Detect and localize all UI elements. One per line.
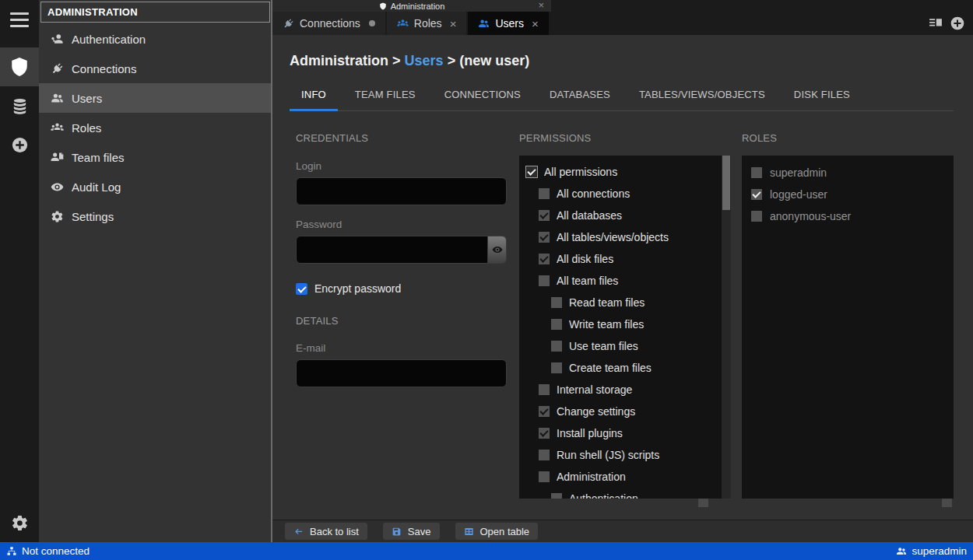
sidebar-menu-item[interactable]: Team files xyxy=(39,142,271,172)
status-bar: Not connected superadmin xyxy=(0,542,973,560)
permission-row: Use team files xyxy=(519,335,731,357)
permission-checkbox[interactable] xyxy=(526,166,537,177)
settings-button[interactable] xyxy=(0,503,39,542)
tab-users[interactable]: Users × xyxy=(468,12,548,35)
layout-toggle-button[interactable] xyxy=(926,14,945,33)
tab-label: Users xyxy=(495,17,524,30)
roles-panel: superadmin logged-user xyxy=(742,156,954,499)
toolbar-button-label: Back to list xyxy=(310,526,359,537)
tab-group-administration[interactable]: Administration × xyxy=(272,0,551,12)
close-icon[interactable]: × xyxy=(538,0,544,11)
toolbar-button[interactable]: Save xyxy=(383,523,440,540)
detail-tab[interactable]: INFO xyxy=(290,89,338,111)
permission-checkbox[interactable] xyxy=(539,406,550,417)
permission-checkbox[interactable] xyxy=(539,450,550,460)
email-field[interactable] xyxy=(296,359,507,387)
permission-row: All permissions xyxy=(519,161,731,183)
tab-roles[interactable]: Roles × xyxy=(387,12,467,35)
permission-label: Read team files xyxy=(569,296,645,309)
administration-nav-button[interactable] xyxy=(0,47,39,86)
detail-tab[interactable]: DISK FILES xyxy=(782,89,862,111)
role-checkbox[interactable] xyxy=(751,211,762,222)
new-tab-button[interactable] xyxy=(948,14,967,33)
database-nav-button[interactable] xyxy=(0,86,39,125)
role-checkbox[interactable] xyxy=(751,167,762,178)
connection-status-label: Not connected xyxy=(22,545,90,557)
permission-label: Install plugins xyxy=(557,427,623,439)
sidebar-menu-item[interactable]: Connections xyxy=(39,54,271,83)
permission-label: All team files xyxy=(557,275,618,287)
tab-connections[interactable]: Connections xyxy=(272,12,385,35)
users-icon xyxy=(49,92,65,105)
users-icon xyxy=(896,546,907,557)
permissions-scrollbar[interactable] xyxy=(722,156,731,499)
team-files-icon xyxy=(49,151,65,164)
sidebar-menu-item[interactable]: Users xyxy=(39,83,271,113)
roles-heading: ROLES xyxy=(742,132,954,144)
detail-tab[interactable]: CONNECTIONS xyxy=(433,89,532,111)
scrollbar-thumb[interactable] xyxy=(722,156,730,210)
gear-icon xyxy=(49,210,65,223)
plug-icon xyxy=(283,18,294,30)
permission-label: Use team files xyxy=(569,340,638,352)
permission-label: All connections xyxy=(557,187,630,200)
toolbar-button-label: Open table xyxy=(480,526,530,537)
permission-checkbox[interactable] xyxy=(551,362,562,373)
permission-row: Create team files xyxy=(519,357,731,379)
toolbar-button[interactable]: Back to list xyxy=(285,523,367,540)
eye-icon xyxy=(492,244,503,255)
permission-checkbox[interactable] xyxy=(551,493,562,499)
sidebar-item-label: Team files xyxy=(72,151,125,164)
permission-checkbox[interactable] xyxy=(539,275,550,286)
permission-checkbox[interactable] xyxy=(539,471,550,482)
permission-row: All connections xyxy=(519,183,731,205)
permission-checkbox[interactable] xyxy=(539,188,550,199)
administration-panel-title: ADMINISTRATION xyxy=(40,2,270,23)
permission-checkbox[interactable] xyxy=(539,210,550,221)
show-password-button[interactable] xyxy=(488,236,507,264)
arrow-left-icon xyxy=(293,527,304,537)
permission-label: Internal storage xyxy=(557,383,632,396)
details-heading: DETAILS xyxy=(296,315,507,327)
menu-button[interactable] xyxy=(0,0,39,39)
permission-checkbox[interactable] xyxy=(539,232,550,243)
close-icon[interactable]: × xyxy=(450,17,457,30)
role-checkbox[interactable] xyxy=(751,189,762,200)
encrypt-password-checkbox[interactable] xyxy=(296,283,307,295)
detail-tab[interactable]: TABLES/VIEWS/OBJECTS xyxy=(627,89,777,111)
role-label: superadmin xyxy=(770,166,827,179)
toolbar-button[interactable]: Open table xyxy=(455,523,539,540)
shield-icon xyxy=(9,57,30,77)
plug-icon xyxy=(49,62,65,75)
permission-checkbox[interactable] xyxy=(551,319,562,330)
scroll-corner xyxy=(698,499,708,507)
permission-row: All tables/views/objects xyxy=(519,226,731,248)
permission-checkbox[interactable] xyxy=(551,297,562,308)
detail-tab[interactable]: TEAM FILES xyxy=(343,89,427,111)
sidebar-menu-item[interactable]: Settings xyxy=(39,201,271,231)
sidebar-menu-item[interactable]: Authentication xyxy=(39,24,271,54)
breadcrumb-users-link[interactable]: Users xyxy=(405,53,444,68)
permission-checkbox[interactable] xyxy=(539,254,550,264)
sidebar-menu-item[interactable]: Roles xyxy=(39,113,271,142)
close-icon[interactable]: × xyxy=(532,17,539,30)
password-input[interactable] xyxy=(296,236,488,264)
permission-label: All disk files xyxy=(557,253,613,265)
permission-checkbox[interactable] xyxy=(539,384,550,395)
detail-tab[interactable]: DATABASES xyxy=(538,89,622,111)
permission-checkbox[interactable] xyxy=(539,428,550,439)
add-connection-button[interactable] xyxy=(0,125,39,164)
permission-checkbox[interactable] xyxy=(551,341,562,352)
role-row: anonymous-user xyxy=(742,205,954,227)
login-input[interactable] xyxy=(296,177,507,205)
sidebar-menu-item[interactable]: Audit Log xyxy=(39,172,271,201)
plus-circle-icon xyxy=(11,136,29,154)
encrypt-password-label: Encrypt password xyxy=(314,282,401,295)
permission-label: Authentication xyxy=(569,492,638,499)
permissions-panel: All permissions All connections xyxy=(519,156,731,499)
roles-icon xyxy=(49,121,65,135)
document-tab-bar: Connections Roles × Users × xyxy=(272,12,973,35)
sidebar-item-label: Connections xyxy=(72,62,136,75)
logged-in-user: superadmin xyxy=(896,545,967,557)
scroll-corner xyxy=(942,499,952,507)
